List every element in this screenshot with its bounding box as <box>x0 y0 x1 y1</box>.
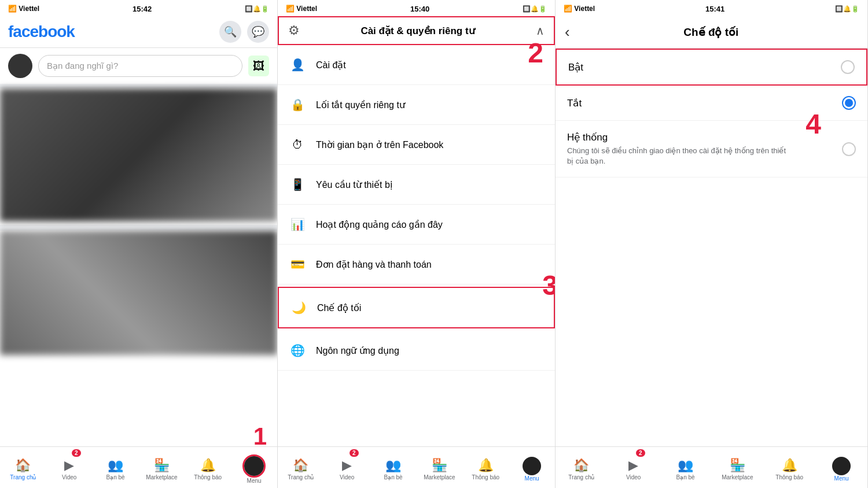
dm-bat-label: Bật <box>568 61 583 73</box>
photo-icon[interactable]: 🖼 <box>248 56 269 76</box>
bottom-nav-1: 🏠 Trang chủ ▶ Video 2 👥 Bạn bè 🏪 Marketp… <box>0 446 277 488</box>
nav-menu-2[interactable]: Menu <box>509 447 555 488</box>
caidat-label: Cài đặt <box>316 60 346 71</box>
loitat-label: Lối tắt quyền riêng tư <box>316 99 405 110</box>
settings-gear-icon: ⚙ <box>288 23 300 38</box>
post-input[interactable]: Bạn đang nghĩ gì? <box>38 55 242 77</box>
dm-tat-left: Tắt <box>567 97 582 109</box>
settings-item-hoatdong[interactable]: 📊 Hoạt động quảng cáo gần đây <box>278 205 555 245</box>
menu-avatar-1 <box>244 456 264 476</box>
nav-home-2[interactable]: 🏠 Trang chủ <box>278 447 324 488</box>
status-bar-2: 📶 Viettel 15:40 🔲🔔🔋 <box>278 0 555 16</box>
panel-dark-mode: 📶 Viettel 15:41 🔲🔔🔋 ‹ Chế độ tối Bật Tắt <box>556 0 868 488</box>
step-4-label: 4 <box>806 108 821 140</box>
fb-logo: facebook <box>8 23 75 41</box>
menu-highlight-1 <box>242 454 266 478</box>
settings-header: ⚙ Cài đặt & quyền riêng tư ∧ <box>278 16 555 45</box>
status-bar-3: 📶 Viettel 15:41 🔲🔔🔋 <box>556 0 867 16</box>
nav-video-2[interactable]: ▶ Video 2 <box>324 447 370 488</box>
nav-marketplace-1[interactable]: 🏪 Marketplace <box>138 447 185 488</box>
panel-settings-menu: 📶 Viettel 15:40 🔲🔔🔋 ⚙ Cài đặt & quyền ri… <box>278 0 556 488</box>
hoatdong-label: Hoạt động quảng cáo gần đây <box>316 219 443 230</box>
nav-home-3[interactable]: 🏠 Trang chủ <box>556 447 608 488</box>
video-badge-2: 2 <box>350 449 359 457</box>
feed-separator <box>0 225 277 231</box>
nav-marketplace-label-3: Marketplace <box>722 474 753 480</box>
status-icons-2: 🔲🔔🔋 <box>523 5 547 13</box>
dondat-label: Đơn đặt hàng và thanh toán <box>316 259 432 270</box>
settings-item-dondat[interactable]: 💳 Đơn đặt hàng và thanh toán 3 <box>278 245 555 284</box>
hoatdong-icon: 📊 <box>287 214 308 235</box>
chedom-icon: 🌙 <box>288 297 309 318</box>
time-3: 15:41 <box>705 5 724 13</box>
friends-icon-3: 👥 <box>678 458 693 473</box>
home-icon-3: 🏠 <box>573 458 589 473</box>
messenger-button[interactable]: 💬 <box>247 21 269 43</box>
feed-image-1 <box>0 88 277 221</box>
step-3-label: 3 <box>542 269 555 301</box>
loitat-icon: 🔒 <box>287 94 308 115</box>
status-icons-3: 🔲🔔🔋 <box>835 5 859 13</box>
nav-friends-label-3: Bạn bè <box>676 474 695 480</box>
nav-friends-2[interactable]: 👥 Bạn bè <box>370 447 417 488</box>
darkmode-title: Chế độ tối <box>582 25 858 39</box>
panel-facebook-home: 📶 Viettel 15:42 🔲🔔🔋 facebook 🔍 💬 Bạn đan… <box>0 0 278 488</box>
video-badge-3: 2 <box>636 449 645 457</box>
nav-notifications-label-1: Thông báo <box>194 474 222 480</box>
carrier-1: 📶 Viettel <box>8 5 39 13</box>
feed-image-2 <box>0 231 277 355</box>
settings-header-title: Cài đặt & quyền riêng tư <box>300 25 536 37</box>
status-bar-1: 📶 Viettel 15:42 🔲🔔🔋 <box>0 0 277 16</box>
nav-marketplace-label-2: Marketplace <box>424 474 455 480</box>
caidat-icon: 👤 <box>287 54 308 75</box>
settings-item-chedom[interactable]: 🌙 Chế độ tối <box>278 287 555 328</box>
ngonngu-label: Ngôn ngữ ứng dụng <box>316 345 399 356</box>
bottom-nav-3: 🏠 Trang chủ ▶ Video 2 👥 Bạn bè 🏪 Marketp… <box>556 446 867 488</box>
dm-bat-radio <box>841 60 855 74</box>
friends-icon-2: 👥 <box>385 458 401 473</box>
settings-item-ngonngu[interactable]: 🌐 Ngôn ngữ ứng dụng <box>278 331 555 371</box>
dm-option-bat[interactable]: Bật <box>556 49 867 86</box>
video-badge-1: 2 <box>72 449 81 457</box>
nav-notifications-3[interactable]: 🔔 Thông báo <box>763 447 815 488</box>
nav-video-3[interactable]: ▶ Video 2 <box>608 447 660 488</box>
settings-list: 👤 Cài đặt 🔒 Lối tắt quyền riêng tư ⏱ Thờ… <box>278 45 555 488</box>
nav-home-label-2: Trang chủ <box>288 474 314 480</box>
dm-tat-label: Tắt <box>567 97 582 109</box>
nav-home-1[interactable]: 🏠 Trang chủ <box>0 447 46 488</box>
yeucau-label: Yêu cầu từ thiết bị <box>316 179 392 190</box>
dm-hethong-left: Hệ thống Chúng tôi sẽ điều chỉnh giao di… <box>567 131 787 167</box>
nav-video-1[interactable]: ▶ Video 2 <box>46 447 93 488</box>
settings-item-thoigian[interactable]: ⏱ Thời gian bạn ở trên Facebook <box>278 125 555 165</box>
settings-item-caidat[interactable]: 👤 Cài đặt <box>278 45 555 85</box>
nav-notifications-2[interactable]: 🔔 Thông báo <box>462 447 509 488</box>
notifications-icon-1: 🔔 <box>200 458 216 473</box>
nav-marketplace-3[interactable]: 🏪 Marketplace <box>711 447 763 488</box>
nav-friends-1[interactable]: 👥 Bạn bè <box>93 447 139 488</box>
back-button[interactable]: ‹ <box>565 23 570 41</box>
carrier-2: 📶 Viettel <box>286 5 317 13</box>
settings-item-yeucau[interactable]: 📱 Yêu cầu từ thiết bị <box>278 165 555 205</box>
post-box: Bạn đang nghĩ gì? 🖼 <box>0 48 277 88</box>
nav-menu-3[interactable]: Menu <box>815 447 867 488</box>
nav-menu-1[interactable]: Menu <box>231 447 277 488</box>
nav-marketplace-label-1: Marketplace <box>146 474 177 480</box>
thoigian-icon: ⏱ <box>287 134 308 155</box>
status-icons-1: 🔲🔔🔋 <box>245 5 269 13</box>
yeucau-icon: 📱 <box>287 174 308 195</box>
home-icon-2: 🏠 <box>293 458 308 473</box>
nav-notifications-1[interactable]: 🔔 Thông báo <box>185 447 231 488</box>
nav-friends-3[interactable]: 👥 Bạn bè <box>660 447 712 488</box>
chevron-up-icon[interactable]: ∧ <box>536 24 545 38</box>
dm-tat-radio-inner <box>845 99 853 107</box>
settings-item-loitat[interactable]: 🔒 Lối tắt quyền riêng tư <box>278 85 555 125</box>
dm-hethong-desc: Chúng tôi sẽ điều chỉnh giao diện theo c… <box>567 146 787 167</box>
dm-hethong-label: Hệ thống <box>567 131 787 143</box>
nav-notifications-label-3: Thông báo <box>775 474 803 480</box>
fb-header-icons: 🔍 💬 <box>219 21 269 43</box>
nav-marketplace-2[interactable]: 🏪 Marketplace <box>416 447 462 488</box>
marketplace-icon-2: 🏪 <box>432 458 447 473</box>
search-button[interactable]: 🔍 <box>219 21 241 43</box>
bottom-nav-2: 🏠 Trang chủ ▶ Video 2 👥 Bạn bè 🏪 Marketp… <box>278 446 555 488</box>
home-icon-1: 🏠 <box>15 458 31 473</box>
